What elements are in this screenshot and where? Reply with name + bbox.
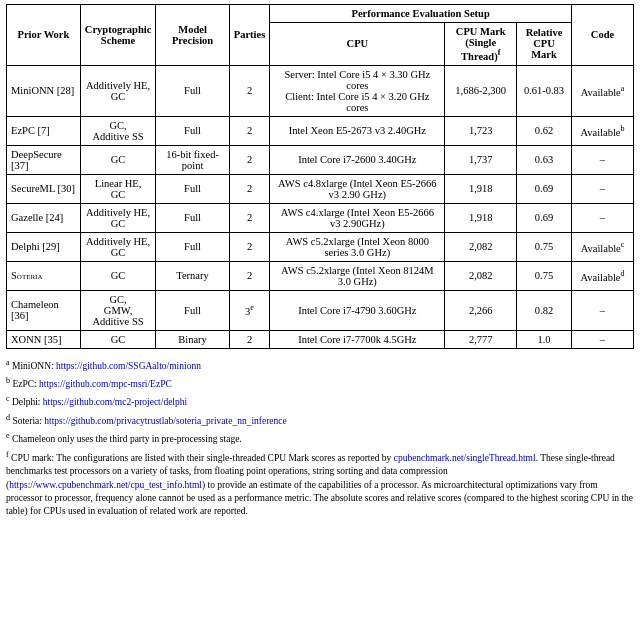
cell-model-precision: 16-bit fixed-point (156, 145, 229, 174)
col-parties: Parties (229, 5, 270, 66)
comparison-table: Prior Work CryptographicScheme Model Pre… (6, 4, 634, 349)
table-row: MiniONN [28]Additively HE,GCFull2Server:… (7, 65, 634, 116)
cell-prior-work: SecureML [30] (7, 174, 81, 203)
footnote-link[interactable]: https://github.com/mc2-project/delphi (43, 398, 187, 408)
cell-relative-cpu-mark: 0.62 (517, 116, 572, 145)
table-row: Chameleon [36]GC,GMW,Additive SSFull3eIn… (7, 290, 634, 330)
cell-parties: 2 (229, 232, 270, 261)
cell-prior-work: Soteria (7, 261, 81, 290)
cell-code: – (571, 174, 633, 203)
cell-parties: 2 (229, 174, 270, 203)
footnote-f-link1[interactable]: cpubenchmark.net/singleThread.html (394, 453, 536, 463)
cell-parties: 2 (229, 145, 270, 174)
table-row: XONN [35]GCBinary2Intel Core i7-7700k 4.… (7, 330, 634, 348)
cell-relative-cpu-mark: 0.69 (517, 174, 572, 203)
footnote-link[interactable]: https://github.com/SSGAalto/minionn (56, 361, 201, 371)
footnote-f-link2[interactable]: https://www.cpubenchmark.net/cpu_test_in… (9, 480, 202, 490)
cell-model-precision: Binary (156, 330, 229, 348)
table-row: Delphi [29]Additively HE,GCFull2AWS c5.2… (7, 232, 634, 261)
cell-code: – (571, 145, 633, 174)
footnote-link[interactable]: https://github.com/mpc-msri/EzPC (39, 379, 172, 389)
cell-model-precision: Full (156, 290, 229, 330)
cell-prior-work: Delphi [29] (7, 232, 81, 261)
col-model-precision: Model Precision (156, 5, 229, 66)
cell-relative-cpu-mark: 0.63 (517, 145, 572, 174)
cell-model-precision: Full (156, 203, 229, 232)
cell-prior-work: DeepSecure [37] (7, 145, 81, 174)
cell-code: – (571, 290, 633, 330)
cell-crypto: Additively HE,GC (80, 203, 156, 232)
cell-crypto: GC (80, 330, 156, 348)
table-row: SecureML [30]Linear HE,GCFull2AWS c4.8xl… (7, 174, 634, 203)
cell-cpu: Server: Intel Core i5 4 × 3.30 GHz cores… (270, 65, 445, 116)
table-row: EzPC [7]GC,Additive SSFull2Intel Xeon E5… (7, 116, 634, 145)
cell-crypto: Linear HE,GC (80, 174, 156, 203)
footnote-item: b EzPC: https://github.com/mpc-msri/EzPC (6, 375, 634, 391)
main-container: Prior Work CryptographicScheme Model Pre… (0, 0, 640, 353)
cell-cpu-mark-single: 2,777 (445, 330, 517, 348)
cell-cpu-mark-single: 2,082 (445, 232, 517, 261)
cell-code: – (571, 330, 633, 348)
cell-model-precision: Full (156, 116, 229, 145)
col-relative-cpu: RelativeCPU Mark (517, 23, 572, 66)
col-cpu-mark: CPU Mark(Single Thread)f (445, 23, 517, 66)
cell-prior-work: Chameleon [36] (7, 290, 81, 330)
cell-model-precision: Full (156, 232, 229, 261)
cell-model-precision: Full (156, 174, 229, 203)
cell-cpu-mark-single: 1,737 (445, 145, 517, 174)
cell-cpu: Intel Core i7-2600 3.40GHz (270, 145, 445, 174)
cell-code: Availablea (571, 65, 633, 116)
cell-parties: 2 (229, 261, 270, 290)
cell-code: Availablec (571, 232, 633, 261)
footnote-item: c Delphi: https://github.com/mc2-project… (6, 393, 634, 409)
cell-prior-work: XONN [35] (7, 330, 81, 348)
cell-prior-work: EzPC [7] (7, 116, 81, 145)
cell-model-precision: Ternary (156, 261, 229, 290)
footnote-f: f CPU mark: The configurations are liste… (6, 449, 634, 519)
cell-relative-cpu-mark: 0.69 (517, 203, 572, 232)
col-perf-header: Performance Evaluation Setup (270, 5, 572, 23)
cell-cpu-mark-single: 1,723 (445, 116, 517, 145)
col-cpu: CPU (270, 23, 445, 66)
table-body: MiniONN [28]Additively HE,GCFull2Server:… (7, 65, 634, 348)
col-crypto: CryptographicScheme (80, 5, 156, 66)
footnote-link[interactable]: https://github.com/privacytrustlab/soter… (44, 416, 286, 426)
cell-cpu-mark-single: 1,918 (445, 203, 517, 232)
cell-cpu: Intel Core i7-4790 3.60GHz (270, 290, 445, 330)
col-prior-work: Prior Work (7, 5, 81, 66)
cell-relative-cpu-mark: 1.0 (517, 330, 572, 348)
cell-parties: 2 (229, 203, 270, 232)
table-row: SoteriaGCTernary2AWS c5.2xlarge (Intel X… (7, 261, 634, 290)
cell-cpu-mark-single: 2,266 (445, 290, 517, 330)
cell-prior-work: MiniONN [28] (7, 65, 81, 116)
cell-relative-cpu-mark: 0.75 (517, 232, 572, 261)
cell-cpu: AWS c5.2xlarge (Intel Xeon 8124M 3.0 GHz… (270, 261, 445, 290)
cell-cpu: Intel Core i7-7700k 4.5GHz (270, 330, 445, 348)
cell-crypto: Additively HE,GC (80, 232, 156, 261)
cell-code: Availableb (571, 116, 633, 145)
cell-model-precision: Full (156, 65, 229, 116)
cell-cpu: AWS c4.xlarge (Intel Xeon E5-2666 v3 2.9… (270, 203, 445, 232)
cell-cpu-mark-single: 1,686-2,300 (445, 65, 517, 116)
footnote-item: d Soteria: https://github.com/privacytru… (6, 412, 634, 428)
cell-cpu: AWS c4.8xlarge (Intel Xeon E5-2666 v3 2.… (270, 174, 445, 203)
cell-relative-cpu-mark: 0.75 (517, 261, 572, 290)
cell-parties: 2 (229, 330, 270, 348)
cell-crypto: GC,Additive SS (80, 116, 156, 145)
cell-crypto: GC (80, 261, 156, 290)
cell-parties: 2 (229, 65, 270, 116)
footnotes-list: a MiniONN: https://github.com/SSGAalto/m… (6, 357, 634, 429)
cell-prior-work: Gazelle [24] (7, 203, 81, 232)
cell-crypto: GC,GMW,Additive SS (80, 290, 156, 330)
cell-cpu-mark-single: 2,082 (445, 261, 517, 290)
table-row: DeepSecure [37]GC16-bit fixed-point2Inte… (7, 145, 634, 174)
cell-crypto: GC (80, 145, 156, 174)
cell-code: – (571, 203, 633, 232)
footnotes: a MiniONN: https://github.com/SSGAalto/m… (0, 353, 640, 525)
cell-crypto: Additively HE,GC (80, 65, 156, 116)
cell-cpu-mark-single: 1,918 (445, 174, 517, 203)
header-row-1: Prior Work CryptographicScheme Model Pre… (7, 5, 634, 23)
footnote-item: a MiniONN: https://github.com/SSGAalto/m… (6, 357, 634, 373)
col-code: Code (571, 5, 633, 66)
footnote-e: e Chameleon only uses the third party in… (6, 430, 634, 446)
